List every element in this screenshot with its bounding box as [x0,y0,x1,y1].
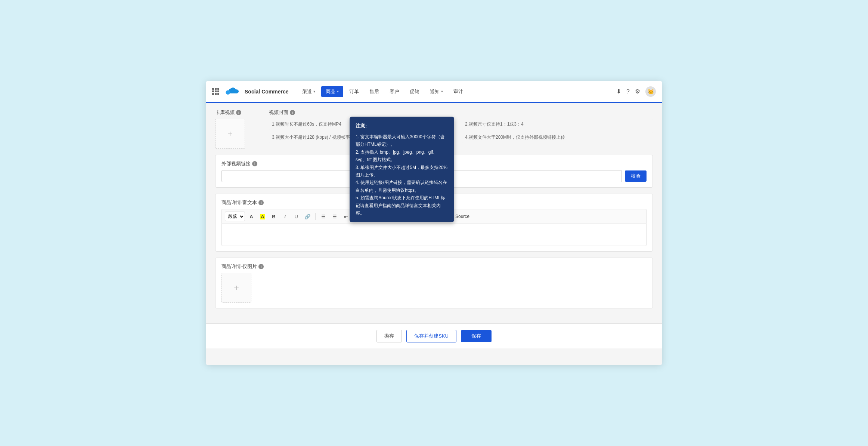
nav-channels[interactable]: 渠道 ▾ [298,86,320,97]
tooltip-item-2: 2. 支持插入 bmp、jpg、jpeg、png、gif、svg、tiff 图片… [356,148,448,164]
verify-button[interactable]: 校验 [625,170,647,182]
tooltip-title: 注意: [356,122,448,130]
bold-button[interactable]: B [269,212,279,221]
tooltip-item-3: 3. 单张图片文件大小不超过5M，最多支持20%图片上传。 [356,164,448,179]
external-video-info-icon[interactable]: i [252,161,257,166]
download-icon[interactable]: ⬇ [616,88,621,95]
chevron-down-icon: ▾ [337,89,339,93]
image-section-info-icon[interactable]: i [258,264,264,269]
video-hints: 1.视频时长不超过60s，仅支持MP4 2.视频尺寸仅支持1：1或3：4 3.视… [269,119,653,143]
card-video-info-icon[interactable]: i [236,110,241,115]
italic-button[interactable]: I [280,212,290,221]
cancel-button[interactable]: 抛弃 [376,330,402,342]
nav-customers[interactable]: 客户 [385,86,404,97]
svg-point-0 [226,90,230,95]
nav-notifications[interactable]: 通知 ▾ [425,86,447,97]
grid-menu-icon[interactable] [212,88,219,95]
tooltip-item-4: 4. 使用超链接/图片链接，需要确认链接域名在白名单内，且需使用协议https。 [356,179,448,194]
rich-text-info-icon[interactable]: i [258,200,264,205]
nav-aftersale[interactable]: 售后 [365,86,384,97]
image-section: 商品详情-仅图片 i + [215,258,653,308]
nav-products[interactable]: 商品 ▾ [321,86,343,97]
nav-audit[interactable]: 审计 [449,86,468,97]
top-bar: Social Commerce 渠道 ▾ 商品 ▾ 订单 售后 客户 促销 [206,81,662,102]
chevron-down-icon: ▾ [441,89,443,93]
video-cover-label: 视频封面 i [269,109,653,116]
video-hint-2: 2.视频尺寸仅支持1：1或3：4 [462,119,653,130]
toolbar-separator-1 [315,213,316,220]
card-video-upload[interactable]: + [215,119,245,149]
image-upload-box[interactable]: + [221,273,251,303]
help-icon[interactable]: ? [626,88,630,95]
card-video-section: 卡库视频 i + 视频封面 i 1.视频时长不超过60s，仅支持MP4 2.视频… [215,109,653,149]
tooltip-popup: 注意: 1. 富文本编辑器最大可输入30000个字符（含部分HTML标记）。 2… [350,117,454,222]
settings-icon[interactable]: ⚙ [635,88,640,95]
salesforce-logo [225,85,239,98]
ordered-list-button[interactable]: ☰ [330,212,340,221]
rich-text-editor[interactable] [221,224,647,246]
paragraph-select[interactable]: 段落 [225,212,245,221]
link-button[interactable]: 🔗 [303,212,312,221]
chevron-down-icon: ▾ [313,89,315,93]
card-video-label: 卡库视频 i [215,109,260,116]
nav-promotions[interactable]: 促销 [405,86,424,97]
bg-color-button[interactable]: A [258,212,267,221]
font-color-button[interactable]: A [247,212,256,221]
video-upload-area: 视频封面 i 1.视频时长不超过60s，仅支持MP4 2.视频尺寸仅支持1：1或… [269,109,653,149]
image-section-label: 商品详情-仅图片 i [221,263,647,270]
top-right-actions: ⬇ ? ⚙ 🐱 [616,86,656,97]
tooltip-item-1: 1. 富文本编辑器最大可输入30000个字符（含部分HTML标记）。 [356,133,448,148]
tooltip-item-5: 5. 如需查询Source状态下允许使用的HTML标记请查看用户指南的商品详情富… [356,194,448,217]
footer-bar: 抛弃 保存并创建SKU 保存 [206,323,662,348]
save-sku-button[interactable]: 保存并创建SKU [406,330,456,342]
main-nav: 渠道 ▾ 商品 ▾ 订单 售后 客户 促销 通知 ▾ [298,86,611,97]
nav-orders[interactable]: 订单 [345,86,363,97]
main-content: 卡库视频 i + 视频封面 i 1.视频时长不超过60s，仅支持MP4 2.视频… [206,103,662,365]
unordered-list-button[interactable]: ☰ [319,212,328,221]
video-cover-info-icon[interactable]: i [290,110,295,115]
avatar[interactable]: 🐱 [645,86,656,97]
underline-button[interactable]: U [291,212,301,221]
app-title: Social Commerce [245,89,289,95]
save-button[interactable]: 保存 [461,330,492,342]
video-hint-4: 4.视频文件大于200M时，仅支持外部视频链接上传 [462,132,653,143]
